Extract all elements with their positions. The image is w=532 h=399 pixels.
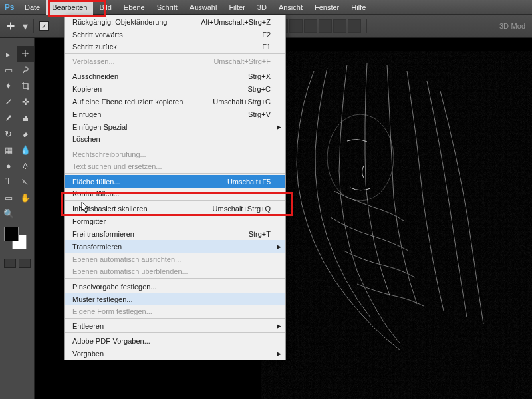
- menu-fenster[interactable]: Fenster: [309, 0, 345, 15]
- crop-tool-icon[interactable]: [17, 78, 35, 94]
- menu-item[interactable]: Frei transformierenStrg+T: [65, 227, 285, 240]
- menu-bearbeiten[interactable]: Bearbeiten: [46, 0, 93, 15]
- menu-item[interactable]: Schritt zurückF1: [65, 41, 285, 54]
- menu-item[interactable]: Löschen: [65, 133, 285, 146]
- menu-item[interactable]: Schritt vorwärtsF2: [65, 28, 285, 41]
- menu-item: Text suchen und ersetzen...: [65, 160, 285, 174]
- stamp-tool-icon[interactable]: [17, 110, 35, 126]
- menu-item: Rechtschreibprüfung...: [65, 148, 285, 160]
- expand-icon[interactable]: ▸: [0, 46, 17, 62]
- menu-item[interactable]: Transformieren▶: [65, 240, 285, 253]
- menu-item[interactable]: Rückgängig: ObjektänderungAlt+Umschalt+S…: [65, 15, 285, 28]
- distribute-icon[interactable]: [319, 19, 332, 33]
- menu-item[interactable]: Pinselvorgabe festlegen...: [65, 280, 285, 293]
- menu-item[interactable]: Adobe PDF-Vorgaben...: [65, 334, 285, 347]
- menu-item[interactable]: Muster festlegen...: [65, 293, 285, 305]
- menu-item: Eigene Form festlegen...: [65, 305, 285, 319]
- separator: [33, 19, 34, 33]
- menu-item[interactable]: KopierenStrg+C: [65, 82, 285, 95]
- menu-item[interactable]: Vorgaben▶: [65, 347, 285, 360]
- dodge-tool-icon[interactable]: ●: [0, 158, 17, 174]
- wand-tool-icon[interactable]: ✦: [0, 78, 17, 94]
- menu-item[interactable]: Fläche füllen...Umschalt+F5: [65, 175, 285, 188]
- marquee-tool-icon[interactable]: ▭: [0, 62, 17, 78]
- distribute-icon[interactable]: [348, 19, 361, 33]
- menu-item[interactable]: Einfügen Spezial▶: [65, 120, 285, 133]
- tools-panel: ▸ ▭ ✦ ✜ ↻ ▦💧 ● T ▭✋ 🔍: [0, 38, 35, 399]
- gradient-tool-icon[interactable]: ▦: [0, 142, 17, 158]
- pen-tool-icon[interactable]: [17, 158, 35, 174]
- healing-tool-icon[interactable]: ✜: [17, 94, 35, 110]
- menu-schrift[interactable]: Schrift: [151, 0, 184, 15]
- distribute-icon[interactable]: [304, 19, 317, 33]
- menu-ansicht[interactable]: Ansicht: [273, 0, 309, 15]
- app-logo: Ps: [0, 0, 19, 15]
- menu-item[interactable]: Kontur füllen...: [65, 188, 285, 201]
- edit-menu-dropdown: Rückgängig: ObjektänderungAlt+Umschalt+S…: [64, 15, 286, 360]
- zoom-tool-icon[interactable]: 🔍: [0, 205, 17, 221]
- eyedropper-tool-icon[interactable]: [0, 94, 17, 110]
- path-tool-icon[interactable]: [17, 174, 35, 190]
- distribute-icon[interactable]: [333, 19, 346, 33]
- menu-bild[interactable]: Bild: [93, 0, 117, 15]
- menu-item[interactable]: Auf eine Ebene reduziert kopierenUmschal…: [65, 95, 285, 108]
- screenmode-icon[interactable]: [19, 259, 31, 268]
- menu-item[interactable]: Formgitter: [65, 215, 285, 227]
- history-brush-icon[interactable]: ↻: [0, 126, 17, 142]
- checkbox[interactable]: ✓: [39, 21, 49, 31]
- lasso-tool-icon[interactable]: [17, 62, 35, 78]
- distribute-icon[interactable]: [289, 19, 303, 33]
- mode-label: 3D-Mod: [499, 22, 528, 30]
- menu-item[interactable]: EinfügenStrg+V: [65, 108, 285, 120]
- menu-auswahl[interactable]: Auswahl: [184, 0, 223, 15]
- color-swatches[interactable]: [4, 227, 31, 253]
- menu-3d[interactable]: 3D: [251, 0, 273, 15]
- menu-item: Ebenen automatisch überblenden...: [65, 265, 285, 279]
- svg-rect-1: [261, 51, 532, 399]
- move-tool-icon[interactable]: [4, 19, 17, 33]
- menu-ebene[interactable]: Ebene: [118, 0, 151, 15]
- menu-item[interactable]: Entleeren▶: [65, 320, 285, 333]
- hand-tool-icon[interactable]: ✋: [17, 190, 35, 205]
- brush-tool-icon[interactable]: [0, 110, 17, 126]
- menu-item[interactable]: Inhaltsbasiert skalierenUmschalt+Strg+Q: [65, 202, 285, 215]
- type-tool-icon[interactable]: T: [0, 174, 17, 190]
- menu-item: Ebenen automatisch ausrichten...: [65, 253, 285, 265]
- menu-filter[interactable]: Filter: [223, 0, 251, 15]
- separator: [366, 19, 367, 33]
- menu-hilfe[interactable]: Hilfe: [345, 0, 372, 15]
- menubar: Ps DateBearbeitenBildEbeneSchriftAuswahl…: [0, 0, 532, 15]
- menu-item[interactable]: AusschneidenStrg+X: [65, 70, 285, 82]
- eraser-tool-icon[interactable]: [17, 126, 35, 142]
- shape-tool-icon[interactable]: ▭: [0, 190, 17, 205]
- move-tool-icon[interactable]: [17, 46, 35, 62]
- quickmask-icon[interactable]: [4, 259, 16, 268]
- menu-item: Verblassen...Umschalt+Strg+F: [65, 55, 285, 68]
- blur-tool-icon[interactable]: 💧: [17, 142, 35, 158]
- fg-color-swatch[interactable]: [4, 227, 19, 241]
- menu-date[interactable]: Date: [19, 0, 46, 15]
